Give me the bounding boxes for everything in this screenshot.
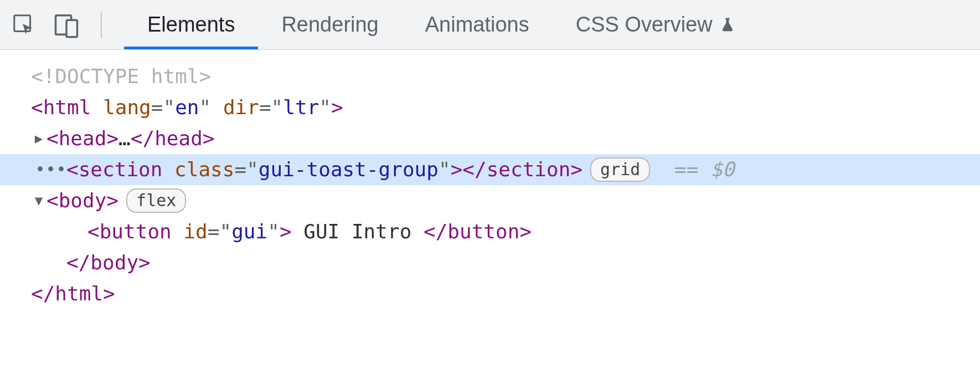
- layout-badge-flex[interactable]: flex: [126, 188, 186, 213]
- dom-node-html-close[interactable]: </html>: [0, 278, 980, 309]
- tab-rendering[interactable]: Rendering: [258, 0, 401, 49]
- selection-reference: == $0: [662, 154, 734, 185]
- expand-arrow-icon[interactable]: ▶: [31, 123, 47, 154]
- tab-label: CSS Overview: [576, 13, 713, 37]
- collapse-arrow-icon[interactable]: ▼: [31, 185, 47, 216]
- toolbar-divider: [101, 12, 102, 38]
- experiment-icon: [719, 17, 736, 33]
- dom-doctype[interactable]: <!DOCTYPE html>: [0, 61, 980, 92]
- dom-node-head[interactable]: ▶<head>…</head>: [0, 123, 980, 154]
- inspect-element-icon[interactable]: [11, 12, 37, 38]
- dom-node-body-close[interactable]: </body>: [0, 247, 980, 278]
- tab-label: Elements: [147, 13, 235, 37]
- dom-tree[interactable]: <!DOCTYPE html> <html lang="en" dir="ltr…: [0, 50, 980, 320]
- dom-node-body-open[interactable]: ▼<body>flex: [0, 185, 980, 216]
- dom-node-button[interactable]: <button id="gui"> GUI Intro </button>: [0, 216, 980, 247]
- toolbar-icons: [11, 11, 81, 39]
- doctype-text: <!DOCTYPE html>: [31, 61, 211, 92]
- dom-node-section-selected[interactable]: •••<section class="gui-toast-group"></se…: [0, 154, 980, 185]
- tab-strip: Elements Rendering Animations CSS Overvi…: [124, 0, 759, 49]
- tab-label: Animations: [425, 13, 529, 37]
- tab-animations[interactable]: Animations: [402, 0, 553, 49]
- tab-elements[interactable]: Elements: [124, 0, 258, 49]
- layout-badge-grid[interactable]: grid: [590, 157, 650, 182]
- dom-node-html-open[interactable]: <html lang="en" dir="ltr">: [0, 92, 980, 123]
- device-toggle-icon[interactable]: [52, 11, 81, 39]
- svg-rect-2: [66, 20, 78, 37]
- tab-label: Rendering: [281, 13, 378, 37]
- row-actions-icon[interactable]: •••: [35, 154, 66, 185]
- devtools-toolbar: Elements Rendering Animations CSS Overvi…: [0, 0, 980, 50]
- tab-css-overview[interactable]: CSS Overview: [553, 0, 759, 49]
